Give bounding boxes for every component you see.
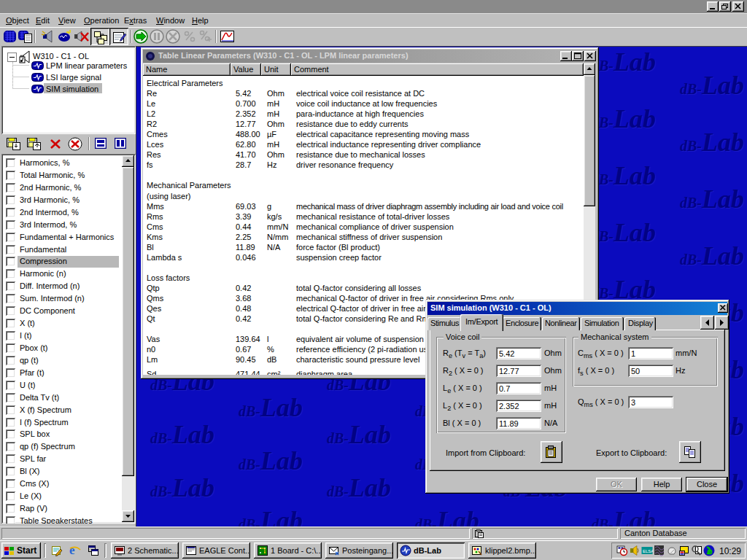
svg-text:ELSA: ELSA bbox=[643, 549, 653, 553]
